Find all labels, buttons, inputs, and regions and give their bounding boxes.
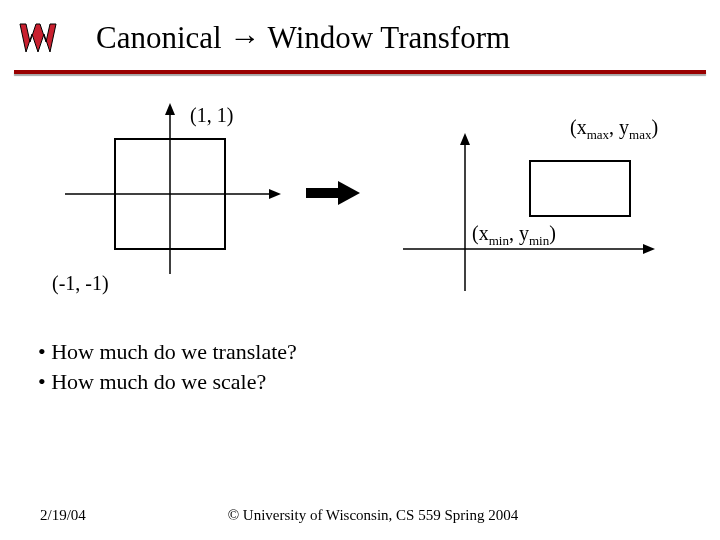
bullet-item: How much do we scale? [38, 367, 720, 397]
label-part: ) [651, 116, 658, 138]
footer: 2/19/04 © University of Wisconsin, CS 55… [0, 507, 720, 524]
left-axes-diagram [55, 99, 285, 289]
wisconsin-logo-icon [16, 16, 60, 60]
slide-title: Canonical → Window Transform [96, 20, 510, 56]
svg-marker-10 [643, 244, 655, 254]
header: Canonical → Window Transform [0, 0, 720, 70]
right-axes-diagram [395, 129, 665, 299]
svg-marker-6 [338, 181, 360, 205]
svg-marker-1 [165, 103, 175, 115]
label-part: , y [609, 116, 629, 138]
svg-marker-3 [269, 189, 281, 199]
bullet-list: How much do we translate? How much do we… [38, 337, 720, 396]
label-neg-one-one: (-1, -1) [52, 272, 109, 295]
label-sub: min [529, 233, 549, 248]
diagram-area: (1, 1) (-1, -1) (xmax, ymax) (xmin, ymin… [0, 84, 720, 319]
svg-rect-11 [530, 161, 630, 216]
label-one-one: (1, 1) [190, 104, 233, 127]
transform-arrow-icon [302, 178, 362, 208]
label-part: (x [472, 222, 489, 244]
footer-date: 2/19/04 [40, 507, 86, 524]
bullet-item: How much do we translate? [38, 337, 720, 367]
footer-copyright: © University of Wisconsin, CS 559 Spring… [228, 507, 579, 524]
label-xmin-ymin: (xmin, ymin) [472, 222, 556, 249]
label-part: (x [570, 116, 587, 138]
svg-marker-8 [460, 133, 470, 145]
label-sub: max [587, 127, 609, 142]
label-xmax-ymax: (xmax, ymax) [570, 116, 658, 143]
title-divider [14, 70, 706, 74]
label-part: ) [549, 222, 556, 244]
label-part: , y [509, 222, 529, 244]
label-sub: max [629, 127, 651, 142]
label-sub: min [489, 233, 509, 248]
